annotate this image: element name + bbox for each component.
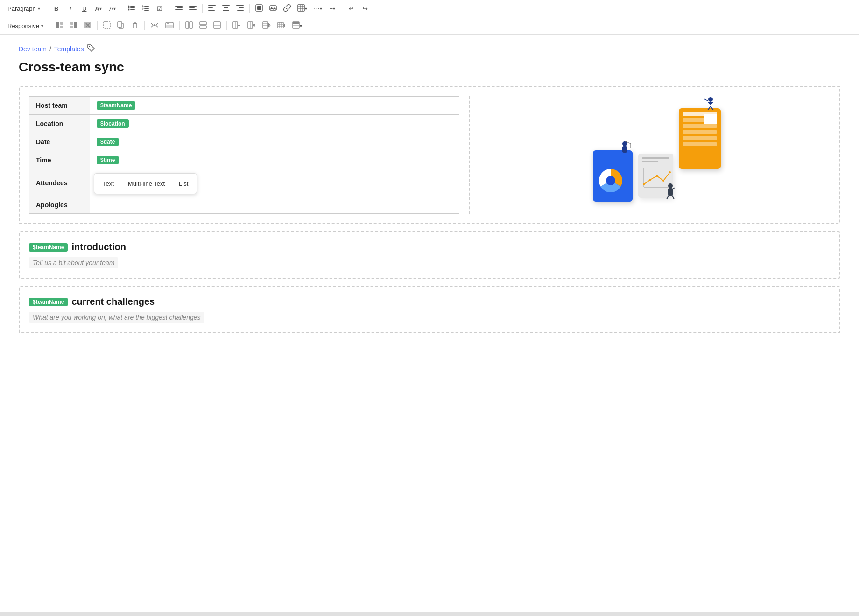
responsive-label: Responsive <box>7 22 39 29</box>
block-button[interactable] <box>253 2 266 15</box>
code-button[interactable] <box>162 19 176 32</box>
table-value-location[interactable]: $location <box>90 115 459 133</box>
grid-col-button[interactable] <box>183 19 196 32</box>
bold-button[interactable]: B <box>50 2 63 15</box>
separator <box>249 4 250 13</box>
svg-rect-48 <box>133 24 137 28</box>
underline-button[interactable]: U <box>78 2 91 15</box>
table-row: Time $time <box>29 151 459 169</box>
template-var-time: $time <box>97 156 119 164</box>
font-size-button[interactable]: A▾ <box>106 2 119 15</box>
svg-rect-38 <box>60 26 63 28</box>
undo-button[interactable]: ↩ <box>345 2 358 15</box>
link-button[interactable] <box>281 2 294 15</box>
svg-point-2 <box>128 7 129 8</box>
table-add-col-button[interactable] <box>230 19 244 32</box>
svg-rect-23 <box>223 10 229 11</box>
redo-button[interactable]: ↪ <box>359 2 372 15</box>
align-center-button[interactable] <box>219 2 232 15</box>
separator <box>50 21 50 30</box>
table-format-button[interactable]: ▾ <box>289 19 305 32</box>
table-add-col-icon <box>232 21 241 30</box>
numbered-list-button[interactable]: 1.2.3. <box>139 2 152 15</box>
svg-rect-31 <box>298 5 304 11</box>
image-button[interactable] <box>267 2 280 15</box>
add-button[interactable]: + ▾ <box>326 2 339 15</box>
table-label-location: Location <box>29 115 90 133</box>
more-options-button[interactable]: ⋯ ▾ <box>311 2 325 15</box>
popup-item-text[interactable]: Text <box>96 177 120 190</box>
align-left-button[interactable] <box>205 2 218 15</box>
chevron-down-icon: ▾ <box>99 6 102 11</box>
chevron-down-icon: ▾ <box>41 23 43 28</box>
template-var-location: $location <box>97 119 129 128</box>
svg-rect-7 <box>144 6 149 7</box>
breadcrumb-separator: / <box>49 45 51 53</box>
table-format-icon <box>292 21 300 30</box>
indent-decrease-icon <box>175 4 183 13</box>
svg-rect-24 <box>236 5 244 6</box>
table-value-attendees[interactable]: Text Multi-line Text List <box>90 169 459 196</box>
table-row: Attendees Text Multi-line Text List <box>29 169 459 196</box>
svg-rect-82 <box>293 22 299 24</box>
svg-rect-68 <box>263 22 268 28</box>
svg-point-100 <box>668 183 673 188</box>
svg-rect-16 <box>189 7 195 8</box>
breadcrumb-team-link[interactable]: Dev team <box>19 45 47 53</box>
delete-icon <box>131 21 139 30</box>
template-var-date: $date <box>97 138 119 146</box>
copy-button[interactable] <box>114 19 127 32</box>
merge-cells-button[interactable] <box>211 19 224 32</box>
indent-increase-icon <box>189 4 197 13</box>
svg-rect-20 <box>208 10 215 11</box>
svg-rect-14 <box>175 9 183 10</box>
table-label-attendees: Attendees <box>29 169 90 196</box>
indent-decrease-button[interactable] <box>172 2 185 15</box>
grid-row-button[interactable] <box>197 19 210 32</box>
breadcrumb-current[interactable]: Templates <box>54 45 84 53</box>
italic-button[interactable]: I <box>64 2 77 15</box>
popup-menu: Text Multi-line Text List <box>94 173 197 194</box>
expand-button[interactable] <box>100 19 113 32</box>
delete-button[interactable] <box>128 19 141 32</box>
popup-item-multiline[interactable]: Multi-line Text <box>121 177 171 190</box>
paragraph-dropdown[interactable]: Paragraph ▾ <box>4 2 44 15</box>
align-right-button[interactable] <box>233 2 246 15</box>
table-del-col-button[interactable] <box>245 19 259 32</box>
variable-button[interactable] <box>148 19 162 32</box>
layout-right-button[interactable] <box>67 19 80 32</box>
bullet-list-button[interactable] <box>125 2 138 15</box>
separator <box>342 4 342 13</box>
table-properties-button[interactable] <box>260 19 274 32</box>
section-title-text: introduction <box>71 242 126 252</box>
table-value-date[interactable]: $date <box>90 133 459 151</box>
chevron-down-icon: ▾ <box>320 6 322 11</box>
svg-rect-37 <box>60 22 63 25</box>
responsive-dropdown[interactable]: Responsive ▾ <box>4 19 47 32</box>
table-properties-icon <box>262 21 271 30</box>
svg-rect-36 <box>56 22 59 28</box>
separator <box>179 21 180 30</box>
left-column: Host team $teamName Location $location <box>29 96 470 214</box>
table-value-host-team[interactable]: $teamName <box>90 97 459 115</box>
redo-icon: ↪ <box>363 5 368 12</box>
table-icon <box>297 4 305 13</box>
svg-rect-54 <box>186 22 189 28</box>
layout-left-button[interactable] <box>53 19 66 32</box>
font-color-button[interactable]: A ▾ <box>92 2 105 15</box>
template-var-teamname-challenges: $teamName <box>29 298 68 306</box>
svg-point-105 <box>708 97 713 102</box>
checklist-button[interactable]: ☑ <box>153 2 166 15</box>
template-var-teamname-intro: $teamName <box>29 243 68 252</box>
indent-increase-button[interactable] <box>186 2 199 15</box>
table-button[interactable]: ▾ <box>295 2 310 15</box>
table-value-time[interactable]: $time <box>90 151 459 169</box>
table-value-apologies[interactable] <box>90 196 459 214</box>
popup-item-list[interactable]: List <box>172 177 195 190</box>
table-more-button[interactable] <box>275 19 289 32</box>
layout-remove-button[interactable] <box>81 19 94 32</box>
svg-rect-18 <box>208 5 216 6</box>
svg-line-107 <box>711 106 713 110</box>
svg-point-97 <box>656 175 658 177</box>
svg-point-52 <box>168 23 169 24</box>
